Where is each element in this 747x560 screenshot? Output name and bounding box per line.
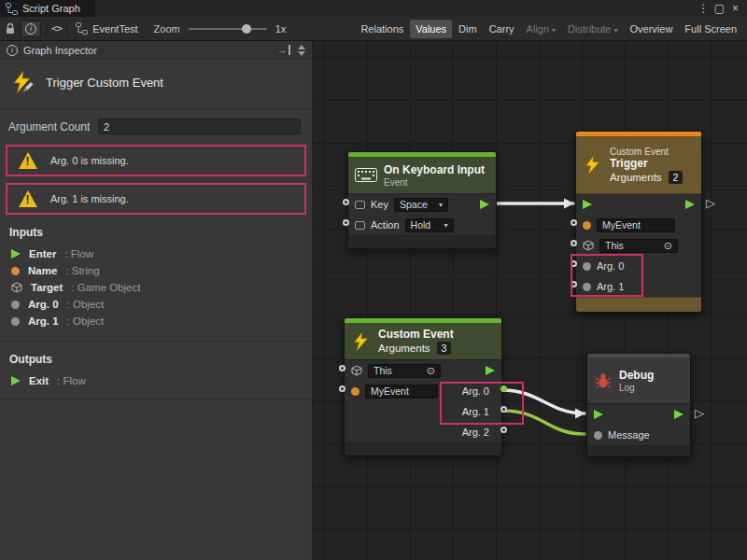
node-subtitle: Arguments	[378, 343, 430, 354]
full-screen-button[interactable]: Full Screen	[679, 20, 742, 38]
value-input-port[interactable]	[339, 365, 345, 371]
dim-button[interactable]: Dim	[453, 20, 483, 38]
zoom-slider[interactable]	[189, 28, 267, 30]
warning-icon	[19, 190, 37, 207]
action-dropdown[interactable]: Hold ▾	[405, 218, 454, 232]
target-field[interactable]: This ⊙	[599, 239, 678, 253]
window-titlebar: Script Graph ⋮ ▢ ×	[0, 0, 747, 17]
graph-canvas[interactable]: On Keyboard Input Event Key Space ▾ Acti…	[313, 41, 747, 560]
relations-button[interactable]: Relations	[355, 20, 409, 38]
flow-output-port[interactable]	[480, 200, 489, 209]
argument-count-input[interactable]	[98, 119, 301, 134]
info-icon: i	[25, 23, 36, 35]
flow-output-port[interactable]	[685, 200, 695, 209]
custom-event-bolt-icon	[351, 331, 372, 352]
flow-input-port[interactable]	[583, 200, 592, 209]
tab-script-graph[interactable]: Script Graph	[0, 0, 95, 17]
node-row-event-name: MyEvent	[576, 215, 701, 235]
port-row-exit: ExitFlow	[0, 372, 312, 389]
node-subtitle: Arguments	[610, 172, 662, 183]
value-input-port[interactable]	[571, 281, 577, 287]
flow-hint-icon: ▷	[695, 406, 704, 420]
dock-icon[interactable]: →	[277, 45, 290, 55]
unit-title-block: Trigger Custom Event	[0, 60, 312, 109]
chevron-down-icon: ▾	[444, 221, 448, 230]
target-field[interactable]: This ⊙	[368, 364, 441, 378]
object-port-icon	[583, 283, 591, 291]
inspector-toggle-button[interactable]: i	[21, 21, 41, 37]
zoom-slider-knob[interactable]	[242, 24, 251, 34]
chevron-down-icon: ▾	[439, 201, 443, 209]
key-dropdown[interactable]: Space ▾	[394, 198, 448, 212]
node-trigger-custom-event[interactable]: Custom Event Trigger Arguments 2 MyEvent	[575, 131, 702, 313]
object-port-icon	[583, 262, 591, 271]
flow-output-port[interactable]	[674, 410, 684, 419]
overview-button[interactable]: Overview	[625, 20, 679, 38]
node-row-arg2: Arg. 2	[345, 422, 501, 442]
zoom-value: 1x	[275, 23, 287, 35]
node-debug-log[interactable]: Debug Log Message	[586, 353, 691, 457]
node-row-action: Action Hold ▾	[348, 215, 496, 235]
unit-title: Trigger Custom Event	[46, 76, 163, 90]
script-graph-icon	[6, 3, 18, 15]
flow-output-port[interactable]	[486, 366, 495, 375]
lock-icon[interactable]	[5, 22, 16, 35]
graph-breadcrumb-eventtest[interactable]: EventTest	[72, 22, 141, 35]
node-custom-event[interactable]: Custom Event Arguments 3 This ⊙	[344, 317, 502, 456]
node-title: Custom Event	[378, 328, 454, 341]
port-row-arg1: Arg. 1Object	[0, 313, 312, 329]
value-input-port[interactable]	[343, 219, 349, 226]
inputs-header: Inputs	[0, 215, 312, 245]
wire-flow-event-to-debug	[502, 390, 585, 413]
node-footer	[587, 445, 690, 456]
custom-event-bolt-icon	[10, 70, 35, 94]
string-port-icon	[351, 387, 359, 396]
edit-script-icon[interactable]: <>	[51, 22, 62, 35]
window-menu-icon[interactable]: ⋮	[696, 0, 712, 17]
value-output-port-connected[interactable]	[500, 385, 507, 392]
value-input-port[interactable]	[571, 219, 577, 226]
node-footer	[348, 235, 496, 248]
graph-inspector-panel: i Graph Inspector → Trigger Custom Event…	[0, 41, 313, 560]
section-divider	[0, 399, 312, 399]
flow-port-icon	[11, 376, 21, 385]
warning-arg1-missing: Arg. 1 is missing.	[6, 183, 306, 215]
value-input-port[interactable]	[339, 385, 345, 392]
node-row-key: Key Space ▾	[348, 194, 496, 215]
argument-count-label: Argument Count	[8, 120, 98, 133]
distribute-button[interactable]: Distribute▾	[562, 20, 623, 38]
gameobject-cube-icon	[351, 365, 362, 376]
value-input-port[interactable]	[343, 199, 349, 205]
argument-count-badge: 3	[437, 342, 452, 355]
node-on-keyboard-input[interactable]: On Keyboard Input Event Key Space ▾ Acti…	[347, 151, 497, 249]
window-close-icon[interactable]: ×	[727, 0, 743, 17]
value-output-port[interactable]	[500, 406, 507, 413]
node-title: Trigger	[610, 157, 683, 170]
event-name-field[interactable]: MyEvent	[597, 218, 675, 232]
align-button[interactable]: Align▾	[521, 20, 561, 38]
chevron-down-icon: ▾	[552, 26, 556, 35]
pane-stepper-icon[interactable]	[298, 45, 305, 56]
window-maximize-icon[interactable]: ▢	[712, 0, 727, 17]
info-icon: i	[7, 45, 18, 56]
node-title: On Keyboard Input	[384, 163, 485, 176]
value-input-port[interactable]	[571, 240, 577, 246]
argument-count-row: Argument Count	[0, 109, 312, 138]
object-picker-icon[interactable]: ⊙	[427, 366, 435, 376]
window-controls: ⋮ ▢ ×	[696, 0, 747, 17]
carry-button[interactable]: Carry	[484, 20, 520, 38]
outputs-header: Outputs	[0, 342, 312, 372]
object-picker-icon[interactable]: ⊙	[664, 241, 672, 251]
warning-icon	[19, 152, 37, 169]
node-row-arg1: Arg. 1	[345, 401, 501, 422]
values-button[interactable]: Values	[410, 20, 452, 38]
graph-toolbar: i <> EventTest Zoom 1x Relations Values …	[0, 17, 747, 41]
port-row-enter: EnterFlow	[0, 245, 312, 262]
object-port-icon	[594, 431, 602, 440]
flow-input-port[interactable]	[594, 410, 603, 419]
event-name-field[interactable]: MyEvent	[365, 385, 438, 399]
node-row-flow	[576, 194, 701, 215]
wire-arrowhead	[575, 409, 585, 419]
value-input-port[interactable]	[571, 260, 577, 267]
value-output-port[interactable]	[500, 427, 507, 433]
